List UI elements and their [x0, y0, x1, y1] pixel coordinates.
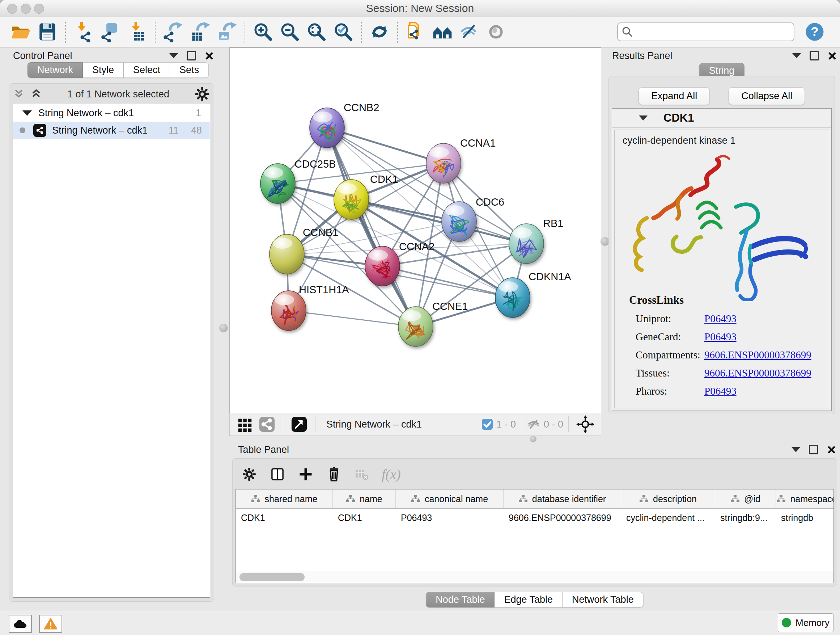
search-input[interactable]	[617, 22, 794, 41]
node-CDC6[interactable]: CDC6	[442, 196, 504, 241]
cloud-status-button[interactable]	[9, 615, 32, 633]
column-header-database-identifier[interactable]: database identifier	[504, 489, 621, 508]
close-panel-icon[interactable]	[205, 52, 213, 60]
edge[interactable]	[327, 128, 416, 326]
show-columns-icon[interactable]	[269, 466, 286, 483]
fit-content-button[interactable]	[576, 415, 594, 433]
crosslink-row: Pharos:P06493	[629, 385, 812, 397]
zoom-fit-icon[interactable]	[306, 21, 327, 43]
float-panel-icon[interactable]	[809, 445, 818, 454]
hidden-count-icon[interactable]	[526, 418, 541, 431]
network-overview-button[interactable]	[259, 416, 275, 432]
bottom-splitter-handle[interactable]	[530, 436, 537, 442]
crosslink-link[interactable]: 9606.ENSP00000378699	[704, 367, 812, 379]
crosslink-link[interactable]: P06493	[704, 385, 737, 397]
expand-all-button[interactable]: Expand All	[638, 87, 710, 105]
collapse-all-button[interactable]: Collapse All	[729, 87, 805, 105]
network-row-selected[interactable]: String Network – cdk1 11 48	[13, 122, 210, 139]
hide-selected-icon[interactable]	[458, 21, 480, 43]
network-canvas[interactable]: CCNB2CCNA1CDC25BCDK1CDC6RB1CCNB1CCNA2CDK…	[229, 48, 601, 413]
crosslink-link[interactable]: 9606.ENSP00000378699	[704, 349, 812, 361]
selected-count-icon[interactable]	[481, 418, 493, 431]
minimize-window-button[interactable]	[21, 4, 31, 14]
crosslink-link[interactable]: P06493	[704, 313, 737, 325]
network-type-icon	[33, 124, 46, 137]
tab-select[interactable]: Select	[124, 62, 170, 78]
preferred-layout-icon[interactable]	[431, 21, 453, 43]
float-panel-icon[interactable]	[187, 51, 196, 60]
column-header-canonical-name[interactable]: canonical name	[396, 489, 504, 508]
tab-edge-table[interactable]: Edge Table	[494, 592, 562, 608]
edge[interactable]	[327, 128, 444, 163]
table-settings-icon[interactable]	[240, 466, 258, 483]
column-header--id[interactable]: @id	[715, 489, 776, 508]
collapse-all-networks-icon[interactable]	[30, 88, 42, 100]
collection-expander-icon[interactable]	[22, 111, 32, 116]
delete-table-icon[interactable]	[354, 466, 371, 483]
panel-menu-icon[interactable]	[169, 53, 178, 58]
float-panel-icon[interactable]	[810, 51, 819, 60]
tab-network-table[interactable]: Network Table	[562, 592, 644, 608]
table-type-tabs: Node TableEdge TableNetwork Table	[426, 592, 643, 608]
close-panel-icon[interactable]	[828, 52, 836, 60]
import-network-database-icon[interactable]	[99, 21, 121, 43]
close-panel-icon[interactable]	[827, 446, 835, 454]
first-neighbors-icon[interactable]	[405, 21, 426, 43]
zoom-in-icon[interactable]	[252, 21, 274, 43]
import-network-file-icon[interactable]	[73, 21, 95, 43]
memory-button[interactable]: Memory	[778, 613, 834, 632]
crosslink-label: Pharos:	[636, 385, 704, 397]
close-window-button[interactable]	[7, 4, 17, 14]
node-CDKN1A[interactable]: CDKN1A	[495, 271, 571, 318]
node-CDK1[interactable]: CDK1	[334, 173, 398, 219]
edge[interactable]	[289, 310, 416, 326]
zoom-selected-icon[interactable]	[332, 21, 354, 43]
edge[interactable]	[382, 266, 513, 298]
column-header-namespace[interactable]: namespace	[776, 489, 834, 508]
network-options-button[interactable]	[194, 86, 210, 102]
node-CCNB1[interactable]: CCNB1	[270, 226, 338, 274]
node-RB1[interactable]: RB1	[509, 218, 563, 264]
refresh-layout-icon[interactable]	[369, 21, 390, 43]
column-header-name[interactable]: name	[333, 489, 396, 508]
export-table-icon[interactable]	[189, 21, 211, 43]
left-splitter-handle[interactable]	[219, 324, 228, 333]
tab-style[interactable]: Style	[83, 62, 124, 78]
table-row[interactable]: CDK1CDK1P064939606.ENSP00000378699cyclin…	[236, 509, 834, 526]
tab-network[interactable]: Network	[27, 62, 83, 78]
warning-status-button[interactable]	[39, 615, 62, 633]
panel-menu-icon[interactable]	[791, 447, 800, 452]
node-HIST1H1A[interactable]: HIST1H1A	[271, 284, 349, 331]
import-table-file-icon[interactable]	[126, 21, 148, 43]
tab-node-table[interactable]: Node Table	[426, 592, 494, 608]
zoom-out-icon[interactable]	[279, 21, 301, 43]
crosslink-link[interactable]: P06493	[704, 331, 737, 343]
help-button[interactable]: ?	[805, 22, 825, 42]
save-session-icon[interactable]	[36, 21, 58, 43]
table-cell: 9606.ENSP00000378699	[504, 509, 621, 526]
scrollbar-thumb[interactable]	[240, 573, 305, 581]
panel-menu-icon[interactable]	[792, 53, 801, 58]
export-image-icon[interactable]	[216, 21, 238, 43]
export-network-icon[interactable]	[163, 21, 184, 43]
table-cell: stringdb	[776, 509, 834, 526]
network-selection-status: 1 of 1 Network selected	[42, 89, 194, 100]
open-session-icon[interactable]	[10, 21, 32, 43]
maximize-window-button[interactable]	[34, 4, 44, 14]
birds-eye-view-button[interactable]	[237, 416, 254, 432]
network-collection-row[interactable]: String Network – cdk1 1	[13, 104, 210, 122]
gene-expander-icon[interactable]	[639, 116, 647, 120]
node-CCNE1[interactable]: CCNE1	[398, 301, 468, 347]
tab-sets[interactable]: Sets	[170, 62, 209, 78]
add-column-icon[interactable]	[297, 466, 314, 483]
table-horizontal-scrollbar[interactable]	[236, 571, 834, 583]
column-header-description[interactable]: description	[621, 489, 715, 508]
delete-column-icon[interactable]	[325, 466, 343, 483]
column-header-shared-name[interactable]: shared name	[236, 489, 333, 508]
main-toolbar: ?	[0, 17, 840, 48]
search-icon	[622, 26, 633, 38]
show-all-icon[interactable]	[485, 21, 507, 43]
node-CCNA1[interactable]: CCNA1	[426, 137, 496, 183]
detach-view-button[interactable]	[291, 416, 308, 432]
expand-all-networks-icon[interactable]	[13, 88, 25, 100]
